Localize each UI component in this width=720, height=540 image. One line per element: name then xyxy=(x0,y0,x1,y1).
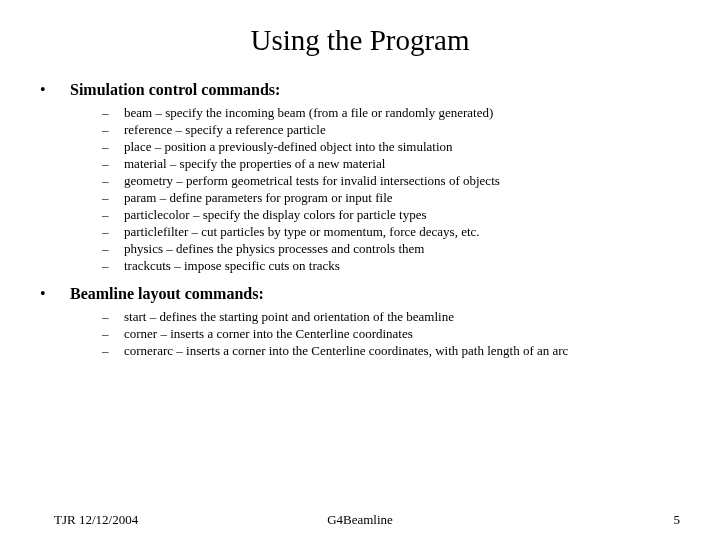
list-item: –start – defines the starting point and … xyxy=(102,308,680,325)
dash-icon: – xyxy=(102,325,109,342)
list-item: –param – define parameters for program o… xyxy=(102,189,680,206)
section-beamline-layout: • Beamline layout commands: –start – def… xyxy=(40,284,680,359)
list-item: –cornerarc – inserts a corner into the C… xyxy=(102,342,680,359)
outline-list: • Simulation control commands: –beam – s… xyxy=(40,80,680,359)
list-item: –place – position a previously-defined o… xyxy=(102,138,680,155)
dash-icon: – xyxy=(102,240,109,257)
item-text: cornerarc – inserts a corner into the Ce… xyxy=(124,343,568,358)
dash-icon: – xyxy=(102,121,109,138)
slide-title: Using the Program xyxy=(0,24,720,57)
item-text: geometry – perform geometrical tests for… xyxy=(124,173,500,188)
item-text: start – defines the starting point and o… xyxy=(124,309,454,324)
dash-icon: – xyxy=(102,206,109,223)
dash-icon: – xyxy=(102,138,109,155)
list-item: –physics – defines the physics processes… xyxy=(102,240,680,257)
dash-icon: – xyxy=(102,172,109,189)
item-text: particlecolor – specify the display colo… xyxy=(124,207,427,222)
slide: Using the Program • Simulation control c… xyxy=(0,0,720,540)
bullet-icon: • xyxy=(40,284,46,304)
dash-icon: – xyxy=(102,155,109,172)
dash-icon: – xyxy=(102,257,109,274)
dash-icon: – xyxy=(102,308,109,325)
section-heading: Beamline layout commands: xyxy=(70,285,264,302)
item-list: –start – defines the starting point and … xyxy=(70,308,680,359)
bullet-icon: • xyxy=(40,80,46,100)
item-text: reference – specify a reference particle xyxy=(124,122,326,137)
item-text: physics – defines the physics processes … xyxy=(124,241,424,256)
dash-icon: – xyxy=(102,342,109,359)
item-list: –beam – specify the incoming beam (from … xyxy=(70,104,680,274)
list-item: –particlefilter – cut particles by type … xyxy=(102,223,680,240)
list-item: –geometry – perform geometrical tests fo… xyxy=(102,172,680,189)
item-text: param – define parameters for program or… xyxy=(124,190,393,205)
dash-icon: – xyxy=(102,104,109,121)
dash-icon: – xyxy=(102,223,109,240)
item-text: corner – inserts a corner into the Cente… xyxy=(124,326,413,341)
item-text: trackcuts – impose specific cuts on trac… xyxy=(124,258,340,273)
item-text: beam – specify the incoming beam (from a… xyxy=(124,105,493,120)
dash-icon: – xyxy=(102,189,109,206)
list-item: –reference – specify a reference particl… xyxy=(102,121,680,138)
slide-body: • Simulation control commands: –beam – s… xyxy=(40,80,680,369)
footer-right-page-number: 5 xyxy=(674,512,681,528)
list-item: –trackcuts – impose specific cuts on tra… xyxy=(102,257,680,274)
list-item: –beam – specify the incoming beam (from … xyxy=(102,104,680,121)
section-heading: Simulation control commands: xyxy=(70,81,280,98)
section-simulation-control: • Simulation control commands: –beam – s… xyxy=(40,80,680,274)
list-item: –corner – inserts a corner into the Cent… xyxy=(102,325,680,342)
item-text: place – position a previously-defined ob… xyxy=(124,139,453,154)
item-text: particlefilter – cut particles by type o… xyxy=(124,224,480,239)
item-text: material – specify the properties of a n… xyxy=(124,156,385,171)
list-item: –material – specify the properties of a … xyxy=(102,155,680,172)
footer-center: G4Beamline xyxy=(0,512,720,528)
list-item: –particlecolor – specify the display col… xyxy=(102,206,680,223)
